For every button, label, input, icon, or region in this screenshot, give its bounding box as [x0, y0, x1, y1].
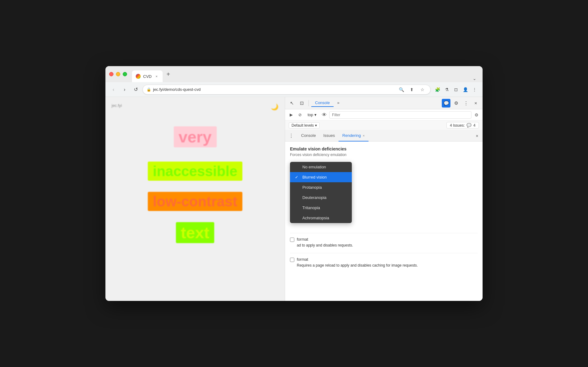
back-button[interactable]: ‹ [109, 85, 118, 94]
checkbox-row-2: format Requires a page reload to apply a… [290, 257, 478, 268]
lock-icon: 🔒 [147, 87, 151, 92]
omnibox-bar: ‹ › ↺ 🔒 jec.fyi/demo/cds-quest-cvd 🔍 ⬆ ☆… [105, 82, 483, 97]
sub-tab-menu-icon[interactable]: ⋮ [288, 132, 295, 140]
devtools-topbar-right: 💬 ⚙ ⋮ × [442, 99, 480, 108]
browser-content: jec.fyi 🌙 very inaccessible low-contrast… [105, 97, 483, 301]
issues-count: 4 [473, 123, 475, 128]
tab-strip: CVD × + ⌄ [132, 66, 479, 82]
checkbox-text-1: format ad to apply and disables requests… [297, 237, 353, 248]
url-display: jec.fyi/demo/cds-quest-cvd [153, 87, 395, 92]
tab-title: CVD [143, 74, 151, 79]
default-levels-button[interactable]: Default levels ▾ [289, 122, 320, 129]
tab-rendering-sub[interactable]: Rendering × [339, 130, 368, 141]
sub-tab-bar: ⋮ Console Issues Rendering × × [285, 130, 483, 141]
close-traffic-light[interactable] [109, 72, 113, 76]
tab-issues-sub[interactable]: Issues [320, 130, 339, 141]
layout-icon[interactable]: ⊡ [452, 85, 460, 94]
word-inaccessible: inaccessible [148, 162, 242, 181]
devtools-panel: ↖ ⊡ Console » 💬 ⚙ ⋮ × ▶ ⊘ top [285, 97, 483, 301]
blurred-label: Blurred vision [302, 175, 327, 179]
dropdown-icon: ▾ [315, 123, 317, 128]
protanopia-label: Protanopia [302, 185, 322, 190]
extensions-icon[interactable]: 🧩 [433, 85, 442, 94]
rendering-divider-1 [290, 233, 478, 233]
dropdown-arrow-icon: ▾ [314, 112, 317, 117]
share-icon[interactable]: ⬆ [407, 85, 416, 94]
no-emulation-label: No emulation [302, 165, 326, 169]
achromatopsia-label: Achromatopsia [302, 216, 329, 220]
dropdown-item-protanopia[interactable]: Protanopia [290, 182, 352, 192]
webpage-logo: jec.fyi [112, 103, 279, 108]
tab-close-button[interactable]: × [154, 74, 159, 79]
checkbox-section-1: format ad to apply and disables requests… [290, 237, 478, 248]
forward-button[interactable]: › [120, 85, 129, 94]
dark-mode-button[interactable]: 🌙 [271, 103, 279, 111]
omnibox-action-icons: 🔍 ⬆ ☆ [397, 85, 427, 94]
settings-icon[interactable]: ⚙ [452, 99, 460, 108]
checkbox-text-2: format Requires a page reload to apply a… [297, 257, 418, 268]
panel-close-icon[interactable]: × [474, 133, 480, 139]
issues-msg-icon: 💬 [467, 123, 471, 128]
dropdown-item-deuteranopia[interactable]: Deuteranopia [290, 192, 352, 203]
maximize-traffic-light[interactable] [123, 72, 127, 76]
dropdown-item-achromatopsia[interactable]: Achromatopsia [290, 213, 352, 223]
omnibox[interactable]: 🔒 jec.fyi/demo/cds-quest-cvd 🔍 ⬆ ☆ [143, 85, 431, 95]
vision-section-desc: Forces vision deficiency emulation [290, 153, 478, 157]
messages-icon[interactable]: 💬 [442, 99, 450, 108]
play-button[interactable]: ▶ [288, 111, 295, 119]
vision-dropdown-menu: No emulation ✓ Blurred vision Protanopia [290, 162, 352, 223]
webpage-area: jec.fyi 🌙 very inaccessible low-contrast… [105, 97, 285, 301]
browser-window: CVD × + ⌄ ‹ › ↺ 🔒 jec.fyi/demo/cds-quest… [105, 66, 483, 301]
title-bar: CVD × + ⌄ [105, 66, 483, 82]
more-options-icon[interactable]: ⋮ [462, 99, 470, 108]
devtools-main-tabs: Console » [311, 99, 441, 107]
inspect-icon[interactable]: ↖ [288, 99, 296, 108]
tab-expand-button[interactable]: ⌄ [470, 75, 479, 82]
default-levels-label: Default levels [292, 123, 314, 128]
blurred-check: ✓ [295, 175, 300, 179]
vision-section-title: Emulate vision deficiencies [290, 146, 478, 151]
device-icon[interactable]: ⊡ [297, 99, 306, 108]
devtools-topbar: ↖ ⊡ Console » 💬 ⚙ ⋮ × [285, 97, 483, 109]
tab-more[interactable]: » [334, 99, 343, 107]
vision-dropdown[interactable]: No emulation ✓ Blurred vision Protanopia [290, 162, 352, 223]
checkbox-row-1: format ad to apply and disables requests… [290, 237, 478, 248]
minimize-traffic-light[interactable] [116, 72, 120, 76]
checkbox-section-2: format Requires a page reload to apply a… [290, 257, 478, 268]
context-dropdown[interactable]: top ▾ [305, 112, 319, 118]
avatar-icon[interactable]: 👤 [461, 85, 470, 94]
word-text: text [176, 222, 214, 243]
traffic-lights [109, 72, 127, 76]
eye-button[interactable]: 👁 [321, 111, 328, 119]
tab-console-sub[interactable]: Console [297, 130, 320, 141]
new-tab-button[interactable]: + [164, 70, 173, 78]
ban-button[interactable]: ⊘ [296, 111, 304, 119]
reload-button[interactable]: ↺ [131, 85, 140, 94]
rendering-tab-close[interactable]: × [363, 134, 364, 137]
devtools-close-icon[interactable]: × [471, 99, 480, 108]
browser-extra-icons: 🧩 ⚗ ⊡ 👤 ⋮ [433, 85, 479, 94]
tab-favicon [136, 74, 141, 79]
console-settings-icon[interactable]: ⚙ [473, 111, 480, 119]
issues-count-badge[interactable]: 4 Issues: 💬 4 [446, 122, 479, 129]
issues-bar: Default levels ▾ 4 Issues: 💬 4 [285, 120, 483, 130]
search-icon[interactable]: 🔍 [397, 85, 406, 94]
filter-input[interactable] [329, 111, 471, 119]
dropdown-item-blurred[interactable]: ✓ Blurred vision [290, 172, 352, 182]
top-label: top [308, 112, 313, 117]
browser-menu-icon[interactable]: ⋮ [470, 85, 479, 94]
dropdown-item-no-emulation[interactable]: No emulation [290, 162, 352, 172]
browser-tab[interactable]: CVD × [132, 70, 163, 82]
checkbox-input-2[interactable] [290, 258, 294, 262]
tab-console[interactable]: Console [311, 99, 334, 107]
word-low-contrast: low-contrast [148, 192, 242, 211]
issues-label: 4 Issues: [450, 123, 465, 128]
deuteranopia-label: Deuteranopia [302, 195, 326, 200]
tritanopia-label: Tritanopia [302, 205, 320, 210]
dropdown-item-tritanopia[interactable]: Tritanopia [290, 203, 352, 213]
word-very: very [174, 126, 217, 147]
rendering-panel: Emulate vision deficiencies Forces visio… [285, 141, 483, 301]
checkbox-input-1[interactable] [290, 238, 294, 242]
bookmark-icon[interactable]: ☆ [418, 85, 427, 94]
flask-icon[interactable]: ⚗ [442, 85, 451, 94]
